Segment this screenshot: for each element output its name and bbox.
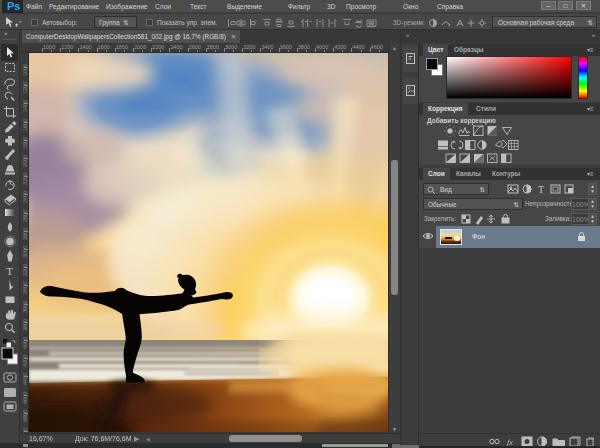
svg-text:T: T [6, 265, 13, 277]
svg-text:T: T [538, 184, 544, 195]
